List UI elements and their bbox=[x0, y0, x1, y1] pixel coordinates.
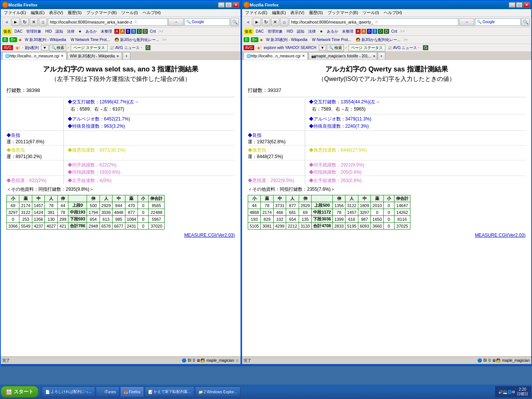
tab-close-left-0[interactable]: ✕ bbox=[61, 54, 64, 58]
search-btn-right[interactable]: 🔍 検索 bbox=[327, 44, 344, 51]
menu-edit-right[interactable]: 編集(E) bbox=[270, 9, 288, 16]
bm-a1-left[interactable]: A bbox=[114, 29, 119, 34]
bm-kana-left[interactable]: 仮名 bbox=[2, 28, 12, 35]
bm-cnt-left[interactable]: Cnt bbox=[149, 29, 158, 34]
toolbar-nettime-right[interactable]: W Network Time Prot... bbox=[310, 37, 353, 42]
address-bar-left[interactable]: http://localhost:8080/measure_arka_kaede… bbox=[48, 18, 168, 26]
menu-bookmarks-left[interactable]: ブックマーク(B) bbox=[84, 9, 119, 16]
page-status-left[interactable]: ページ ステータス bbox=[71, 44, 108, 51]
bm-dac-left[interactable]: DAC bbox=[13, 29, 24, 34]
close-button-right[interactable]: ✕ bbox=[523, 2, 530, 8]
avg-icon-left[interactable]: B bbox=[2, 37, 8, 42]
search-bar-right[interactable]: 🔍 Google bbox=[475, 18, 521, 26]
avg-icon-right[interactable]: B bbox=[244, 37, 249, 42]
taskbar-item-kaede[interactable]: 📝 かえで新下駄配列案... bbox=[145, 386, 194, 397]
bm-d2-right[interactable]: D bbox=[384, 29, 389, 34]
avg-news-left[interactable]: 📰 AVG ニュース・ bbox=[108, 45, 144, 51]
search-bar-left[interactable]: 🔍 Google bbox=[184, 18, 230, 26]
avg-label-right[interactable]: AVG bbox=[244, 45, 254, 50]
toolbar-newjis-left[interactable]: W 新JIS配列 - Wikipedia bbox=[23, 37, 68, 43]
taskbar-item-yoroshiku[interactable]: 📄 よろしければ配列にっ... bbox=[42, 386, 95, 397]
bm-a1-right[interactable]: A bbox=[356, 29, 361, 34]
menu-file-left[interactable]: ファイル(E) bbox=[2, 9, 28, 16]
minimize-button-left[interactable]: _ bbox=[218, 2, 225, 8]
menu-tools-right[interactable]: ツール(I) bbox=[360, 9, 381, 16]
back-button-left[interactable]: ◄ bbox=[2, 18, 11, 26]
search-btn-left[interactable]: 🔍 検索 bbox=[49, 44, 66, 51]
bm-hid-right[interactable]: HID bbox=[285, 29, 294, 34]
tab-measure-left[interactable]: 🌐 http://localho...n_measure.cgi ✕ bbox=[2, 52, 66, 60]
menu-history-right[interactable]: 履歴(S) bbox=[307, 9, 325, 16]
bm-d1-right[interactable]: D bbox=[378, 29, 383, 34]
tab-measure-right[interactable]: 🌐 http://localho...n_measure.cgi ✕ bbox=[244, 52, 308, 60]
avg-label-left[interactable]: AVG bbox=[2, 45, 13, 50]
new-tab-right[interactable]: + bbox=[378, 52, 385, 60]
toolbar-nettime-left[interactable]: W Network Time Prot... bbox=[69, 37, 111, 42]
menu-file-right[interactable]: ファイル(E) bbox=[243, 9, 270, 16]
tab-close-left-1[interactable]: ✕ bbox=[116, 54, 119, 58]
bm-a2-left[interactable]: A bbox=[120, 29, 125, 34]
search-dropdown-left[interactable]: ▼ bbox=[41, 45, 49, 51]
menu-bookmarks-right[interactable]: ブックマーク(B) bbox=[325, 9, 361, 16]
bm-miseri-left[interactable]: 未整理 bbox=[99, 28, 114, 35]
back-button-right[interactable]: ◄ bbox=[244, 18, 252, 26]
bm-b2-left[interactable]: B bbox=[131, 29, 136, 34]
bm-b1-left[interactable]: B bbox=[126, 29, 131, 34]
bm-ninchi-right[interactable]: 認知 bbox=[295, 28, 306, 35]
home-button-left[interactable]: ⌂ bbox=[39, 18, 47, 26]
tab-close-right-1[interactable]: ✕ bbox=[373, 54, 376, 58]
bm-star-left[interactable]: ★ bbox=[77, 29, 83, 34]
close-button-left[interactable]: ✕ bbox=[233, 2, 239, 8]
toolbar-shinjis-left[interactable]: 🧑 新JISかな配列化レー... bbox=[113, 37, 161, 43]
search-go-left[interactable]: 🔍 bbox=[231, 18, 239, 26]
maximize-button-right[interactable]: □ bbox=[516, 2, 522, 8]
stop-button-right[interactable]: ✕ bbox=[271, 18, 279, 26]
menu-edit-left[interactable]: 編集(E) bbox=[28, 9, 47, 16]
taskbar-item-explorer[interactable]: 📁 2 Windows Explor... bbox=[195, 386, 241, 397]
bm-a2-right[interactable]: A bbox=[361, 29, 366, 34]
toolbar-nj-left[interactable]: · 新js配列 bbox=[21, 45, 40, 51]
menu-view-left[interactable]: 表示(V) bbox=[47, 9, 65, 16]
menu-help-left[interactable]: ヘルプ(H) bbox=[140, 9, 163, 16]
avg-icon2-left[interactable]: B+ bbox=[10, 37, 17, 42]
bm-b2-right[interactable]: B bbox=[372, 29, 377, 34]
search-dropdown-right[interactable]: ▼ bbox=[319, 45, 326, 51]
page-status-right[interactable]: ページ ステータス bbox=[348, 44, 385, 51]
stop-button-left[interactable]: ✕ bbox=[30, 18, 38, 26]
bm-star-right[interactable]: ★ bbox=[318, 29, 325, 34]
home-button-right[interactable]: ⌂ bbox=[280, 18, 288, 26]
go-button-right[interactable]: → bbox=[459, 18, 474, 26]
bm-cnt-right[interactable]: Cnt bbox=[390, 29, 399, 34]
toolbar-shinjis-right[interactable]: 🧑 新JISかな配列化レー... bbox=[354, 37, 402, 43]
left-measure-link-anchor[interactable]: MEASURE.CGI(Ver2.03) bbox=[184, 233, 235, 238]
bm-kanri-left[interactable]: 管理対象 bbox=[25, 28, 43, 35]
bm-kanri-right[interactable]: 管理対象 bbox=[266, 28, 284, 35]
menu-view-right[interactable]: 表示(V) bbox=[288, 9, 307, 16]
menu-history-left[interactable]: 履歴(S) bbox=[65, 9, 84, 16]
avg-icon2-right[interactable]: B+ bbox=[251, 37, 259, 42]
minimize-button-right[interactable]: _ bbox=[509, 2, 515, 8]
taskbar-item-itunes[interactable]: 🎵 iTunes bbox=[96, 386, 119, 397]
bm-ninchi-left[interactable]: 認知 bbox=[54, 28, 65, 35]
bm-kana-right[interactable]: 仮名 bbox=[244, 28, 253, 35]
tab-wikipedia-left[interactable]: W W 新JIS配列 - Wikipedia ✕ bbox=[67, 52, 122, 60]
bm-aruka-left[interactable]: あるか bbox=[84, 28, 98, 35]
right-measure-link-anchor[interactable]: MEASURE.CGI(Ver2.03) bbox=[475, 233, 526, 238]
tab-close-right-0[interactable]: ✕ bbox=[302, 54, 305, 58]
reload-button-left[interactable]: ↻ bbox=[21, 18, 29, 26]
bm-b1-right[interactable]: B bbox=[367, 29, 372, 34]
forward-button-left[interactable]: ► bbox=[11, 18, 20, 26]
go-button-left[interactable]: → bbox=[168, 18, 184, 26]
menu-help-right[interactable]: ヘルプ(H) bbox=[382, 9, 404, 16]
tab-fotolife-right[interactable]: 📷 maple_magician's fotolife - 201... ✕ bbox=[309, 52, 377, 60]
bm-houritsu-left[interactable]: 法律 bbox=[65, 28, 76, 35]
avg-news-right[interactable]: 📰 AVG ニュース・ bbox=[386, 45, 422, 51]
yahoo-right[interactable]: explore with YAHOO! SEARCH bbox=[262, 45, 318, 50]
forward-button-right[interactable]: ► bbox=[253, 18, 261, 26]
search-go-right[interactable]: 🔍 bbox=[521, 18, 530, 26]
bm-hid-left[interactable]: HID bbox=[44, 29, 53, 34]
reload-button-right[interactable]: ↻ bbox=[262, 18, 270, 26]
start-button[interactable]: 🪟 スタート bbox=[1, 386, 38, 397]
address-bar-right[interactable]: http://localhost:8080/measure_arka_qwert… bbox=[289, 18, 458, 26]
bm-d2-left[interactable]: D bbox=[142, 29, 147, 34]
